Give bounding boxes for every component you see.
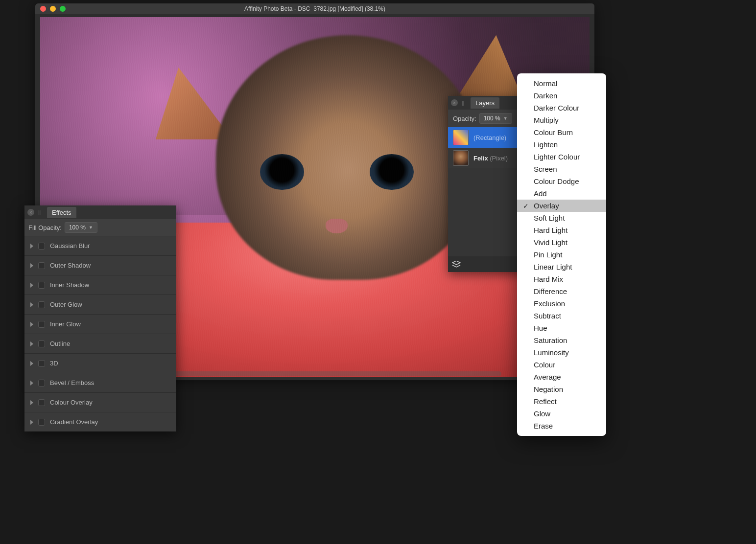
disclosure-triangle-icon[interactable] <box>30 283 33 288</box>
blend-mode-item[interactable]: Colour <box>517 359 606 371</box>
blend-mode-item[interactable]: Erase <box>517 420 606 432</box>
effect-row[interactable]: Outer Glow <box>24 295 176 314</box>
effect-row[interactable]: 3D <box>24 353 176 373</box>
effect-checkbox[interactable] <box>38 399 45 406</box>
blend-mode-item[interactable]: Overlay <box>517 200 606 212</box>
effects-panel: × || Effects Fill Opacity: 100 % ▼ Gauss… <box>24 205 176 431</box>
effect-checkbox[interactable] <box>38 262 45 269</box>
effect-label: Outer Shadow <box>50 262 91 269</box>
layer-thumbnail[interactable] <box>453 150 469 166</box>
blend-mode-item[interactable]: Add <box>517 187 606 200</box>
fill-opacity-row: Fill Opacity: 100 % ▼ <box>24 219 176 236</box>
blend-mode-item[interactable]: Lighten <box>517 138 606 151</box>
titlebar: Affinity Photo Beta - DSC_3782.jpg [Modi… <box>35 3 594 14</box>
blend-mode-item[interactable]: Hard Light <box>517 224 606 236</box>
layer-thumbnail[interactable] <box>453 130 469 145</box>
disclosure-triangle-icon[interactable] <box>30 244 33 249</box>
blend-mode-item[interactable]: Hue <box>517 322 606 334</box>
disclosure-triangle-icon[interactable] <box>30 322 33 327</box>
blend-mode-item[interactable]: Colour Dodge <box>517 175 606 187</box>
layer-label: Felix (Pixel) <box>473 155 508 162</box>
effect-label: Bevel / Emboss <box>50 379 94 386</box>
disclosure-triangle-icon[interactable] <box>30 341 33 346</box>
layer-label: (Rectangle) <box>473 134 506 141</box>
effect-checkbox[interactable] <box>38 243 45 249</box>
zoom-window-button[interactable] <box>60 6 66 12</box>
close-panel-icon[interactable]: × <box>27 209 34 216</box>
blend-mode-item[interactable]: Multiply <box>517 114 606 126</box>
blend-mode-item[interactable]: Difference <box>517 285 606 297</box>
close-panel-icon[interactable]: × <box>451 99 458 106</box>
window-title: Affinity Photo Beta - DSC_3782.jpg [Modi… <box>35 5 594 12</box>
blend-mode-item[interactable]: Exclusion <box>517 297 606 310</box>
blend-mode-menu: NormalDarkenDarker ColourMultiplyColour … <box>517 73 606 436</box>
panel-grip-icon[interactable]: || <box>462 100 467 106</box>
opacity-value: 100 % <box>484 115 500 122</box>
blend-mode-item[interactable]: Darken <box>517 90 606 102</box>
blend-mode-item[interactable]: Glow <box>517 408 606 420</box>
layer-type: (Pixel) <box>490 155 508 162</box>
layer-group-icon[interactable] <box>452 260 461 269</box>
effect-label: Gaussian Blur <box>50 242 90 249</box>
fill-opacity-dropdown[interactable]: 100 % ▼ <box>65 222 97 233</box>
effect-checkbox[interactable] <box>38 360 45 367</box>
blend-mode-item[interactable]: Lighter Colour <box>517 151 606 163</box>
opacity-label: Opacity: <box>453 115 476 122</box>
layer-name: Felix <box>473 155 490 162</box>
effect-checkbox[interactable] <box>38 321 45 328</box>
blend-mode-item[interactable]: Linear Light <box>517 261 606 273</box>
blend-mode-item[interactable]: Screen <box>517 163 606 175</box>
blend-mode-item[interactable]: Normal <box>517 77 606 90</box>
effect-label: Inner Glow <box>50 320 81 328</box>
blend-mode-item[interactable]: Subtract <box>517 310 606 322</box>
blend-mode-item[interactable]: Saturation <box>517 334 606 346</box>
opacity-dropdown[interactable]: 100 % ▼ <box>479 113 512 124</box>
effect-row[interactable]: Gradient Overlay <box>24 412 176 431</box>
fill-opacity-value: 100 % <box>69 224 86 231</box>
disclosure-triangle-icon[interactable] <box>30 361 33 366</box>
blend-mode-item[interactable]: Negation <box>517 383 606 395</box>
blend-mode-item[interactable]: Vivid Light <box>517 236 606 249</box>
disclosure-triangle-icon[interactable] <box>30 302 33 307</box>
effects-tab[interactable]: Effects <box>47 207 76 218</box>
horizontal-scrollbar[interactable] <box>128 371 502 376</box>
effect-row[interactable]: Inner Shadow <box>24 275 176 295</box>
effects-list: Gaussian BlurOuter ShadowInner ShadowOut… <box>24 236 176 431</box>
effect-label: Inner Shadow <box>50 281 89 289</box>
disclosure-triangle-icon[interactable] <box>30 400 33 405</box>
blend-mode-item[interactable]: Soft Light <box>517 212 606 224</box>
effect-row[interactable]: Inner Glow <box>24 314 176 334</box>
disclosure-triangle-icon[interactable] <box>30 420 33 425</box>
effect-row[interactable]: Gaussian Blur <box>24 236 176 255</box>
blend-mode-item[interactable]: Luminosity <box>517 346 606 359</box>
effect-row[interactable]: Outline <box>24 334 176 353</box>
effect-row[interactable]: Outer Shadow <box>24 255 176 275</box>
layers-tab[interactable]: Layers <box>471 97 499 109</box>
fill-opacity-label: Fill Opacity: <box>28 224 62 231</box>
close-window-button[interactable] <box>40 6 46 12</box>
effect-label: 3D <box>50 360 58 367</box>
blend-mode-item[interactable]: Pin Light <box>517 249 606 261</box>
effect-row[interactable]: Bevel / Emboss <box>24 373 176 392</box>
chevron-down-icon: ▼ <box>89 225 93 230</box>
panel-grip-icon[interactable]: || <box>38 210 43 215</box>
traffic-lights <box>40 6 66 12</box>
effect-checkbox[interactable] <box>38 340 45 347</box>
effect-checkbox[interactable] <box>38 301 45 308</box>
chevron-down-icon: ▼ <box>503 116 508 121</box>
blend-mode-item[interactable]: Average <box>517 371 606 383</box>
effects-panel-header[interactable]: × || Effects <box>24 205 176 219</box>
effect-checkbox[interactable] <box>38 419 45 426</box>
blend-mode-item[interactable]: Hard Mix <box>517 273 606 285</box>
effect-row[interactable]: Colour Overlay <box>24 392 176 412</box>
blend-mode-item[interactable]: Reflect <box>517 395 606 408</box>
effect-label: Outline <box>50 340 70 347</box>
blend-mode-item[interactable]: Colour Burn <box>517 126 606 138</box>
disclosure-triangle-icon[interactable] <box>30 381 33 385</box>
disclosure-triangle-icon[interactable] <box>30 263 33 268</box>
layer-type: (Rectangle) <box>473 134 506 141</box>
effect-checkbox[interactable] <box>38 380 45 386</box>
blend-mode-item[interactable]: Darker Colour <box>517 102 606 114</box>
minimize-window-button[interactable] <box>50 6 56 12</box>
effect-checkbox[interactable] <box>38 282 45 289</box>
